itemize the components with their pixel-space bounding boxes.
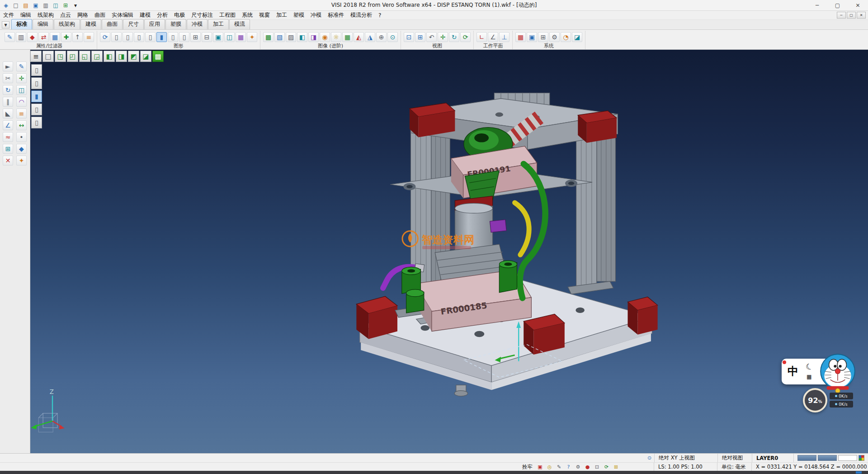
pen-icon[interactable]: ✎ [555, 463, 563, 470]
light-icon[interactable]: ☼ [331, 32, 341, 42]
refresh-view-icon[interactable]: ⟳ [460, 32, 471, 42]
percent-gauge[interactable]: 92% [803, 388, 827, 412]
status-swatch-3[interactable] [838, 455, 857, 461]
import-icon[interactable]: ◫ [51, 1, 60, 9]
menu-die[interactable]: 冲模 [307, 11, 325, 19]
filter-slot-active-icon[interactable]: ▮ [156, 32, 167, 42]
menu-dimension[interactable]: 尺寸标注 [188, 11, 216, 19]
filter-slot-button-3[interactable]: ▮ [31, 90, 42, 102]
view-finder-icon[interactable]: ⊙ [645, 455, 654, 462]
color-palette-icon[interactable] [859, 455, 864, 461]
system-colors-icon[interactable]: ▦ [515, 32, 526, 42]
menu-drawing[interactable]: 工程图 [216, 11, 239, 19]
spin-icon[interactable]: ⊙ [387, 32, 398, 42]
tab-application[interactable]: 应用 [144, 19, 165, 29]
mdi-close-button[interactable]: ✕ [857, 12, 866, 19]
qat-dropdown-icon[interactable]: ▾ [71, 1, 80, 9]
block-icon[interactable]: ▣ [213, 32, 223, 42]
move-up-icon[interactable]: ↑ [72, 32, 83, 42]
copy-attributes-icon[interactable]: ▥ [16, 32, 26, 42]
filter-slot-button-4[interactable]: ▯ [31, 104, 42, 115]
filter-slot-icon-2[interactable]: ▯ [123, 32, 133, 42]
render-icon[interactable]: ◨ [308, 32, 319, 42]
filter-slot-icon-1[interactable]: ▯ [111, 32, 122, 42]
view-cube-right[interactable]: ◲ [91, 51, 103, 62]
filter-slot-button-2[interactable]: ▯ [31, 77, 42, 89]
color-picker-icon[interactable]: ✚ [61, 32, 71, 42]
gear-icon[interactable]: ⚙ [574, 463, 582, 470]
view-cube-back[interactable]: ◨ [116, 51, 127, 62]
status-view-mode[interactable]: 绝对 XY 上视图 [654, 454, 717, 462]
select-mode-icon[interactable]: ◎ [545, 463, 554, 470]
wireframe-view-icon[interactable]: ▧ [274, 32, 285, 42]
solid-icon[interactable]: ◆ [16, 144, 27, 154]
view-shaded-button[interactable]: ▩ [152, 51, 164, 62]
group-icon[interactable]: ⊞ [190, 32, 201, 42]
menu-flow-analysis[interactable]: 模流分析 [347, 11, 375, 19]
menu-help[interactable]: ? [375, 12, 384, 19]
menu-mesh[interactable]: 网格 [74, 11, 91, 19]
ghost-view-icon[interactable]: ◧ [297, 32, 307, 42]
menu-electrode[interactable]: 电极 [171, 11, 188, 19]
fillet-icon[interactable]: ◠ [16, 97, 27, 107]
select-icon[interactable]: ► [3, 62, 13, 71]
tab-wireframe[interactable]: 线架构 [54, 19, 80, 29]
tabs-dropdown-icon[interactable]: ▼ [2, 21, 9, 28]
grid-toggle-icon[interactable]: ⊞ [612, 463, 620, 470]
taskbar[interactable] [0, 471, 868, 474]
menu-standard-parts[interactable]: 标准件 [325, 11, 347, 19]
print-icon[interactable]: ▥ [41, 1, 50, 9]
view-cube-top[interactable]: ◰ [67, 51, 78, 62]
workplane-icon[interactable]: ∟ [476, 32, 487, 42]
filter-slot-icon-3[interactable]: ▯ [134, 32, 144, 42]
material-icon[interactable]: ◉ [320, 32, 330, 42]
menu-machining[interactable]: 加工 [273, 11, 290, 19]
new-file-icon[interactable]: □ [11, 1, 20, 9]
tab-mold[interactable]: 塑膜 [165, 19, 186, 29]
pan-icon[interactable]: ✛ [438, 32, 448, 42]
filter-slot-icon-4[interactable]: ▯ [145, 32, 156, 42]
workplane-align-icon[interactable]: ∠ [488, 32, 498, 42]
redraw-icon[interactable]: ⟳ [100, 32, 110, 42]
tab-standard[interactable]: 标准 [11, 19, 32, 29]
menu-window[interactable]: 视窗 [256, 11, 273, 19]
dimension-icon[interactable]: ↔ [16, 120, 27, 130]
rotate-icon[interactable]: ↻ [3, 85, 13, 95]
view-cube-front[interactable]: ◱ [79, 51, 90, 62]
status-layer[interactable]: LAYER0 [752, 454, 793, 462]
tab-machining[interactable]: 加工 [208, 19, 229, 29]
analyze-icon[interactable]: ◮ [365, 32, 375, 42]
menu-mold[interactable]: 塑模 [290, 11, 307, 19]
menu-wireframe[interactable]: 线架构 [34, 11, 57, 19]
cad-link-icon[interactable]: ◪ [572, 32, 582, 42]
view-cube-left[interactable]: ◧ [104, 51, 115, 62]
offset-icon[interactable]: ∥ [3, 97, 13, 107]
menu-file[interactable]: 文件 [0, 11, 17, 19]
mdi-minimize-button[interactable]: ─ [837, 12, 846, 19]
system-info-icon[interactable]: ◔ [561, 32, 571, 42]
menu-system[interactable]: 系统 [239, 11, 256, 19]
menu-analysis[interactable]: 分析 [154, 11, 171, 19]
menu-solid-edit[interactable]: 实体编辑 [108, 11, 137, 19]
maximize-button[interactable]: ▢ [827, 0, 848, 11]
view-cube-iso[interactable]: ◳ [55, 51, 66, 62]
filter-slot-button-5[interactable]: ▯ [31, 117, 42, 128]
chamfer-icon[interactable]: ◣ [3, 109, 13, 118]
options-icon[interactable]: ⚙ [549, 32, 560, 42]
tab-surface[interactable]: 曲面 [102, 19, 123, 29]
save-file-icon[interactable]: ▣ [31, 1, 40, 9]
point-icon[interactable]: • [16, 132, 27, 142]
grid-icon[interactable]: ⊞ [3, 144, 13, 154]
menu-surface[interactable]: 曲面 [91, 11, 108, 19]
texture-icon[interactable]: ▦ [342, 32, 353, 42]
filter-slot-icon-6[interactable]: ▯ [179, 32, 189, 42]
minimize-button[interactable]: ─ [807, 0, 827, 11]
tab-dimension[interactable]: 尺寸 [123, 19, 144, 29]
status-snap-lock[interactable]: 拴牢 [522, 464, 533, 470]
scissors-icon[interactable]: ✂ [3, 73, 13, 83]
sketch-icon[interactable]: ✎ [16, 62, 27, 71]
menu-pointcloud[interactable]: 点云 [57, 11, 74, 19]
swap-filter-icon[interactable]: ⇄ [38, 32, 49, 42]
ungroup-icon[interactable]: ⊟ [202, 32, 212, 42]
viewport-canvas[interactable]: FR000191 FR000185 [30, 50, 868, 453]
